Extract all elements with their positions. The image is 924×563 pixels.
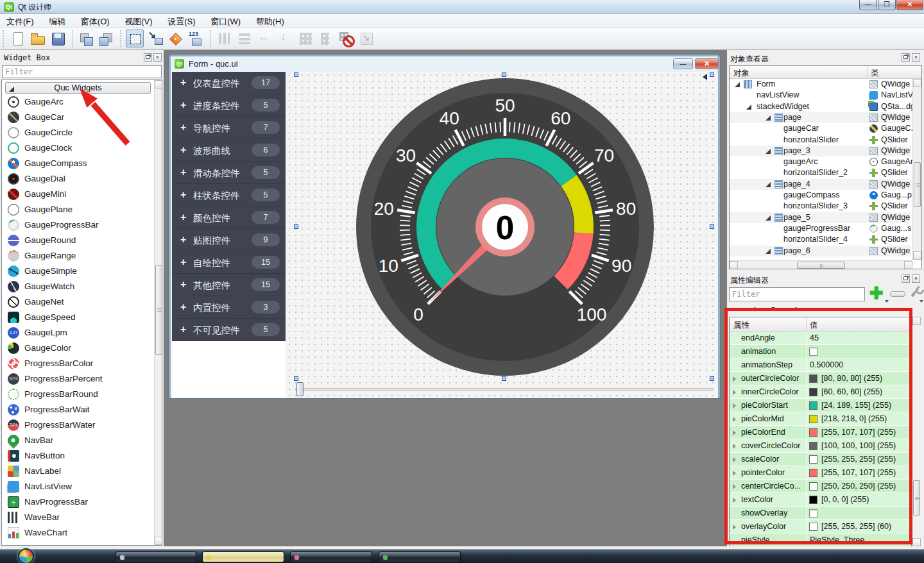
- layout-grid-button[interactable]: [296, 29, 314, 47]
- widget-item-GaugeCompass[interactable]: GaugeCompass: [2, 156, 155, 171]
- nav-item-3[interactable]: +波形曲线6: [172, 139, 286, 162]
- expander-icon[interactable]: [733, 471, 739, 476]
- widget-item-ProgressBarRound[interactable]: ProgressBarRound: [2, 387, 155, 402]
- configure-property-editor-button[interactable]: [908, 286, 922, 300]
- menu-item-help[interactable]: 帮助(H): [250, 14, 291, 29]
- property-row-textColor[interactable]: textColor[0, 0, 0] (255): [730, 493, 911, 507]
- selection-handle[interactable]: [294, 224, 298, 229]
- property-row-pieColorMid[interactable]: pieColorMid[218, 218, 0] (255): [730, 412, 911, 426]
- expander-icon[interactable]: [733, 525, 739, 530]
- selection-handle[interactable]: [502, 72, 506, 77]
- slider-handle[interactable]: [296, 382, 304, 396]
- property-row-outerCircleColor[interactable]: outerCircleColor[80, 80, 80] (255): [730, 372, 911, 385]
- buddy-edit-mode-button[interactable]: [166, 29, 184, 47]
- property-row-coverCircleColor[interactable]: coverCircleColor[100, 100, 100] (255): [730, 439, 911, 453]
- widget-item-GaugeRound[interactable]: GaugeRound: [2, 233, 155, 248]
- menu-item-settings[interactable]: 设置(S): [161, 14, 201, 29]
- minimize-button[interactable]: —: [859, 0, 877, 10]
- checkbox[interactable]: [809, 348, 817, 356]
- stacked-prev-page-icon[interactable]: [699, 74, 707, 80]
- property-row-overlayColor[interactable]: overlayColor[255, 255, 255] (60): [730, 520, 911, 534]
- scroll-up-button[interactable]: [912, 317, 921, 325]
- save-button[interactable]: [49, 29, 67, 47]
- object-row-horizontalSlider_2[interactable]: horizontalSlider_2QSlider: [730, 167, 911, 178]
- widget-item-NavBar[interactable]: NavBar: [2, 433, 155, 448]
- nav-item-10[interactable]: +内置控件3: [172, 296, 286, 319]
- selection-handle[interactable]: [710, 376, 714, 381]
- form-close-button[interactable]: ✕: [695, 58, 719, 69]
- adjust-size-button[interactable]: [357, 29, 375, 47]
- nav-item-4[interactable]: +滑动条控件5: [172, 162, 286, 184]
- widget-item-GaugeNet[interactable]: GaugeNet: [2, 294, 155, 310]
- expander-icon[interactable]: [733, 376, 739, 382]
- expander-icon[interactable]: [766, 182, 771, 187]
- property-vscrollbar[interactable]: [912, 317, 920, 546]
- close-button[interactable]: ✕: [896, 0, 923, 10]
- object-row-page_3[interactable]: page_3QWidge: [730, 146, 911, 156]
- object-row-navListView[interactable]: navListViewNavListV: [730, 90, 911, 101]
- property-row-endAngle[interactable]: endAngle45: [730, 332, 911, 345]
- float-panel-button[interactable]: [902, 53, 910, 62]
- widget-item-ProgressBarWater[interactable]: ProgressBarWater: [2, 417, 155, 433]
- taskbar-item[interactable]: [290, 551, 372, 562]
- horizontal-slider-widget[interactable]: [295, 382, 714, 397]
- widget-item-ProgressBarColor[interactable]: ProgressBarColor: [2, 356, 155, 371]
- object-row-Form[interactable]: FormQWidge: [730, 79, 911, 90]
- widget-item-GaugeCircle[interactable]: GaugeCircle: [2, 125, 155, 140]
- nav-item-7[interactable]: +贴图控件9: [172, 229, 286, 251]
- color-swatch[interactable]: [809, 428, 817, 437]
- nav-item-0[interactable]: +仪表盘控件17: [172, 72, 286, 94]
- scroll-left-button[interactable]: [730, 261, 738, 269]
- object-row-stackedWidget[interactable]: stackedWidgetQSta...dg: [730, 101, 911, 112]
- float-panel-button[interactable]: [144, 53, 152, 62]
- expander-icon[interactable]: [733, 484, 739, 489]
- signal-slot-mode-button[interactable]: [146, 29, 164, 47]
- scroll-up-button[interactable]: [155, 80, 162, 88]
- selection-handle[interactable]: [710, 224, 714, 229]
- new-file-button[interactable]: [8, 29, 26, 47]
- expander-icon[interactable]: [733, 444, 739, 449]
- menu-item-view[interactable]: 视图(V): [118, 14, 158, 29]
- layout-horizontal-button[interactable]: [235, 29, 253, 47]
- selection-handle[interactable]: [294, 72, 298, 77]
- tab-order-mode-button[interactable]: [187, 29, 205, 47]
- widget-item-GaugeProgressBar[interactable]: GaugeProgressBar: [2, 217, 155, 233]
- menu-item-window[interactable]: 窗口(W): [204, 14, 247, 29]
- selection-handle[interactable]: [502, 376, 506, 381]
- color-swatch[interactable]: [809, 523, 817, 531]
- selection-handle[interactable]: [294, 376, 298, 381]
- nav-item-11[interactable]: +不可见控件5: [172, 319, 286, 341]
- object-row-page_5[interactable]: page_5QWidge: [730, 212, 911, 223]
- widget-item-GaugeSimple[interactable]: GaugeSimple: [2, 264, 155, 279]
- scroll-up-button[interactable]: [913, 79, 921, 87]
- column-separator[interactable]: [806, 317, 807, 332]
- widget-item-GaugeClock[interactable]: GaugeClock: [2, 140, 155, 156]
- color-swatch[interactable]: [809, 455, 817, 464]
- expander-icon[interactable]: [733, 417, 739, 422]
- property-row-innerCircleColor[interactable]: innerCircleColor[60, 60, 60] (255): [730, 385, 911, 399]
- start-button[interactable]: [18, 548, 34, 563]
- object-row-gaugeProgressBar[interactable]: gaugeProgressBarGaug...s: [730, 223, 911, 234]
- property-row-pointerColor[interactable]: pointerColor[255, 107, 107] (255): [730, 466, 911, 480]
- color-swatch[interactable]: [809, 374, 817, 383]
- widget-item-GaugeRange[interactable]: GaugeRange: [2, 248, 155, 264]
- widget-item-NavLabel[interactable]: NavLabel: [2, 464, 155, 479]
- edit-widgets-button[interactable]: [77, 29, 95, 47]
- color-swatch[interactable]: [809, 496, 817, 504]
- nav-item-6[interactable]: +颜色控件7: [172, 206, 286, 229]
- taskbar-item[interactable]: [116, 551, 196, 562]
- break-layout-button[interactable]: [337, 29, 355, 47]
- property-filter-input[interactable]: [729, 287, 865, 301]
- color-swatch[interactable]: [809, 442, 817, 450]
- property-row-pieStyle[interactable]: pieStylePieStyle_Three: [730, 534, 911, 546]
- widget-item-GaugePlane[interactable]: GaugePlane: [2, 202, 155, 217]
- object-row-horizontalSlider_4[interactable]: horizontalSlider_4QSlider: [730, 234, 911, 245]
- object-row-horizontalSlider[interactable]: horizontalSliderQSlider: [730, 135, 911, 146]
- menu-item-form[interactable]: 窗体(O): [74, 14, 116, 29]
- object-row-page_6[interactable]: page_6QWidge: [730, 246, 911, 256]
- scrollbar-thumb[interactable]: [797, 262, 845, 269]
- expander-icon[interactable]: [733, 457, 739, 462]
- scroll-down-button[interactable]: [155, 537, 162, 545]
- taskbar-item[interactable]: [379, 551, 461, 562]
- widget-item-GaugeDial[interactable]: GaugeDial: [2, 171, 155, 187]
